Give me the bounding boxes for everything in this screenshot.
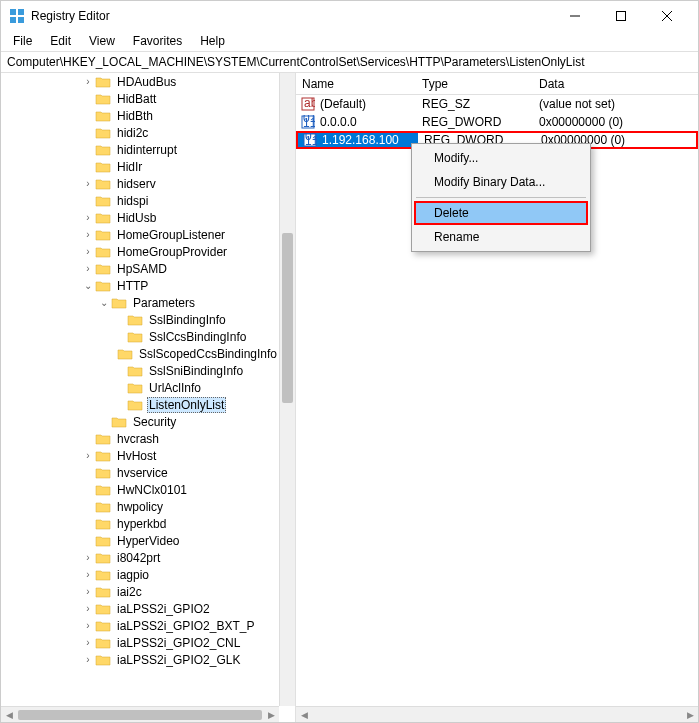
chevron-right-icon[interactable]: › <box>81 603 95 614</box>
tree-pane: ›HDAudBusHidBattHidBthhidi2chidinterrupt… <box>1 73 296 722</box>
value-data: 0x00000000 (0) <box>533 115 698 129</box>
tree-node[interactable]: hvservice <box>1 464 279 481</box>
folder-icon <box>127 313 143 327</box>
menu-edit[interactable]: Edit <box>42 32 79 50</box>
value-type: REG_DWORD <box>416 115 533 129</box>
tree-node[interactable]: hyperkbd <box>1 515 279 532</box>
close-button[interactable] <box>644 1 690 31</box>
scrollbar-thumb[interactable] <box>18 710 262 720</box>
value-type: REG_SZ <box>416 97 533 111</box>
minimize-button[interactable] <box>552 1 598 31</box>
tree-node[interactable]: ›iaLPSS2i_GPIO2_GLK <box>1 651 279 668</box>
scroll-right-icon[interactable]: ▶ <box>263 710 279 720</box>
chevron-down-icon[interactable]: ⌄ <box>81 280 95 291</box>
tree-node[interactable]: HyperVideo <box>1 532 279 549</box>
tree-node[interactable]: HidIr <box>1 158 279 175</box>
tree-scrollbar-horizontal[interactable]: ◀ ▶ <box>1 706 279 722</box>
chevron-right-icon[interactable]: › <box>81 552 95 563</box>
menu-favorites[interactable]: Favorites <box>125 32 190 50</box>
chevron-right-icon[interactable]: › <box>81 586 95 597</box>
column-header-data[interactable]: Data <box>533 75 698 93</box>
folder-icon <box>95 449 111 463</box>
app-icon <box>9 8 25 24</box>
tree-node[interactable]: ›HpSAMD <box>1 260 279 277</box>
tree-node[interactable]: ›HomeGroupListener <box>1 226 279 243</box>
chevron-right-icon[interactable]: › <box>81 620 95 631</box>
ctx-modify[interactable]: Modify... <box>414 146 588 170</box>
tree-node[interactable]: ›HvHost <box>1 447 279 464</box>
scroll-right-icon[interactable]: ▶ <box>682 710 698 720</box>
tree-node-label: iagpio <box>115 568 151 582</box>
folder-icon <box>95 228 111 242</box>
tree-node[interactable]: ›iai2c <box>1 583 279 600</box>
chevron-right-icon[interactable]: › <box>81 76 95 87</box>
tree-node[interactable]: hidi2c <box>1 124 279 141</box>
tree-node[interactable]: ›hidserv <box>1 175 279 192</box>
tree-node[interactable]: ⌄HTTP <box>1 277 279 294</box>
menu-help[interactable]: Help <box>192 32 233 50</box>
chevron-down-icon[interactable]: ⌄ <box>97 297 111 308</box>
chevron-right-icon[interactable]: › <box>81 654 95 665</box>
tree-node[interactable]: ⌄Parameters <box>1 294 279 311</box>
titlebar: Registry Editor <box>1 1 698 31</box>
tree-node[interactable]: hwpolicy <box>1 498 279 515</box>
scrollbar-thumb[interactable] <box>282 233 293 403</box>
tree-node[interactable]: hidspi <box>1 192 279 209</box>
folder-icon <box>95 568 111 582</box>
ctx-modify-binary[interactable]: Modify Binary Data... <box>414 170 588 194</box>
chevron-right-icon[interactable]: › <box>81 178 95 189</box>
tree-node[interactable]: HwNClx0101 <box>1 481 279 498</box>
chevron-right-icon[interactable]: › <box>81 212 95 223</box>
tree-node[interactable]: ›HDAudBus <box>1 73 279 90</box>
addressbar[interactable]: Computer\HKEY_LOCAL_MACHINE\SYSTEM\Curre… <box>1 51 698 73</box>
tree-node[interactable]: SslScopedCcsBindingInfo <box>1 345 279 362</box>
tree-node-label: hidi2c <box>115 126 150 140</box>
content-area: ›HDAudBusHidBattHidBthhidi2chidinterrupt… <box>1 73 698 722</box>
folder-icon <box>95 262 111 276</box>
list-scrollbar-horizontal[interactable]: ◀ ▶ <box>296 706 698 722</box>
maximize-button[interactable] <box>598 1 644 31</box>
chevron-right-icon[interactable]: › <box>81 229 95 240</box>
menubar: File Edit View Favorites Help <box>1 31 698 51</box>
ctx-rename[interactable]: Rename <box>414 225 588 249</box>
registry-value-row[interactable]: 0111100.0.0.0REG_DWORD0x00000000 (0) <box>296 113 698 131</box>
tree-node[interactable]: ›iagpio <box>1 566 279 583</box>
registry-value-row[interactable]: ab(Default)REG_SZ(value not set) <box>296 95 698 113</box>
tree-node[interactable]: Security <box>1 413 279 430</box>
list-body[interactable]: ab(Default)REG_SZ(value not set)0111100.… <box>296 95 698 149</box>
chevron-right-icon[interactable]: › <box>81 637 95 648</box>
tree-scroll[interactable]: ›HDAudBusHidBattHidBthhidi2chidinterrupt… <box>1 73 279 706</box>
tree-node[interactable]: HidBatt <box>1 90 279 107</box>
ctx-delete[interactable]: Delete <box>414 201 588 225</box>
chevron-right-icon[interactable]: › <box>81 450 95 461</box>
tree-node[interactable]: hidinterrupt <box>1 141 279 158</box>
tree-node[interactable]: SslBindingInfo <box>1 311 279 328</box>
tree-node[interactable]: ›iaLPSS2i_GPIO2_CNL <box>1 634 279 651</box>
tree-node[interactable]: ListenOnlyList <box>1 396 279 413</box>
tree-node[interactable]: ›iaLPSS2i_GPIO2 <box>1 600 279 617</box>
tree-node[interactable]: SslCcsBindingInfo <box>1 328 279 345</box>
tree-node-label: hyperkbd <box>115 517 168 531</box>
chevron-right-icon[interactable]: › <box>81 246 95 257</box>
column-header-name[interactable]: Name <box>296 75 416 93</box>
menu-view[interactable]: View <box>81 32 123 50</box>
tree-node[interactable]: ›i8042prt <box>1 549 279 566</box>
tree-node[interactable]: ›HomeGroupProvider <box>1 243 279 260</box>
tree-node[interactable]: HidBth <box>1 107 279 124</box>
tree-node[interactable]: ›iaLPSS2i_GPIO2_BXT_P <box>1 617 279 634</box>
chevron-right-icon[interactable]: › <box>81 569 95 580</box>
tree-node[interactable]: hvcrash <box>1 430 279 447</box>
folder-icon <box>127 330 143 344</box>
tree-scrollbar-vertical[interactable] <box>279 73 295 706</box>
chevron-right-icon[interactable]: › <box>81 263 95 274</box>
scroll-left-icon[interactable]: ◀ <box>1 710 17 720</box>
svg-text:ab: ab <box>304 97 315 110</box>
tree-node[interactable]: ›HidUsb <box>1 209 279 226</box>
scroll-left-icon[interactable]: ◀ <box>296 710 312 720</box>
column-header-type[interactable]: Type <box>416 75 533 93</box>
tree-node[interactable]: UrlAclInfo <box>1 379 279 396</box>
menu-file[interactable]: File <box>5 32 40 50</box>
tree-node[interactable]: SslSniBindingInfo <box>1 362 279 379</box>
folder-icon <box>95 534 111 548</box>
folder-icon <box>95 500 111 514</box>
